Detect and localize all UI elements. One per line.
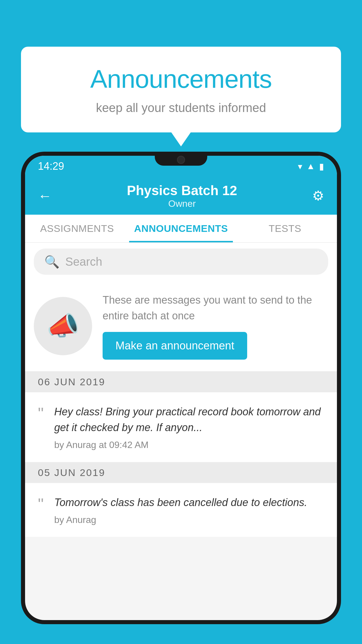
battery-icon: ▮ <box>319 161 324 172</box>
announcement-icon-circle: 📣 <box>34 297 92 355</box>
message-content-0: Hey class! Bring your practical record b… <box>54 404 324 450</box>
announcement-item-1: " Tomorrow's class has been cancelled du… <box>25 483 337 537</box>
settings-icon[interactable]: ⚙ <box>312 188 324 204</box>
announcement-placeholder: 📣 These are messages you want to send to… <box>25 281 337 372</box>
speech-bubble-subtitle: keep all your students informed <box>33 101 329 115</box>
speech-bubble-container: Announcements keep all your students inf… <box>21 47 341 132</box>
back-button[interactable]: ← <box>38 188 52 204</box>
tab-assignments[interactable]: ASSIGNMENTS <box>25 215 129 242</box>
make-announcement-button[interactable]: Make an announcement <box>103 332 247 360</box>
phone-body: 14:29 ▾ ▲ ▮ ← Physics Batch 12 Owner ⚙ A… <box>21 152 341 624</box>
message-text-0: Hey class! Bring your practical record b… <box>54 404 324 435</box>
app-bar: ← Physics Batch 12 Owner ⚙ <box>25 177 337 215</box>
tab-announcements[interactable]: ANNOUNCEMENTS <box>129 215 233 242</box>
megaphone-icon: 📣 <box>47 311 79 341</box>
tab-tests[interactable]: TESTS <box>233 215 337 242</box>
status-time: 14:29 <box>38 160 64 172</box>
status-icons: ▾ ▲ ▮ <box>298 161 324 172</box>
announcement-description: These are messages you want to send to t… <box>103 292 328 324</box>
announcement-item-0: " Hey class! Bring your practical record… <box>25 392 337 462</box>
date-separator-june6: 06 JUN 2019 <box>25 372 337 392</box>
search-container: 🔍 Search <box>25 243 337 281</box>
tabs-bar: ASSIGNMENTS ANNOUNCEMENTS TESTS <box>25 215 337 243</box>
message-meta-0: by Anurag at 09:42 AM <box>54 440 324 450</box>
speech-bubble: Announcements keep all your students inf… <box>21 47 341 132</box>
quote-icon-0: " <box>38 405 44 421</box>
signal-icon: ▲ <box>306 161 315 171</box>
announcement-right: These are messages you want to send to t… <box>103 292 328 360</box>
date-separator-june5: 05 JUN 2019 <box>25 462 337 483</box>
search-bar[interactable]: 🔍 Search <box>34 249 328 275</box>
message-meta-1: by Anurag <box>54 514 324 525</box>
app-bar-title: Physics Batch 12 <box>127 183 237 198</box>
app-bar-title-group: Physics Batch 12 Owner <box>127 183 237 209</box>
quote-icon-1: " <box>38 496 44 512</box>
phone-wrapper: 14:29 ▾ ▲ ▮ ← Physics Batch 12 Owner ⚙ A… <box>21 152 341 644</box>
message-content-1: Tomorrow's class has been cancelled due … <box>54 495 324 525</box>
app-bar-subtitle: Owner <box>127 198 237 209</box>
search-icon: 🔍 <box>44 255 59 269</box>
wifi-icon: ▾ <box>298 161 302 172</box>
phone-screen: 14:29 ▾ ▲ ▮ ← Physics Batch 12 Owner ⚙ A… <box>25 156 337 620</box>
phone-camera <box>177 156 185 164</box>
message-text-1: Tomorrow's class has been cancelled due … <box>54 495 324 510</box>
phone-notch <box>155 152 207 166</box>
search-placeholder: Search <box>65 255 102 268</box>
speech-bubble-title: Announcements <box>33 64 329 94</box>
